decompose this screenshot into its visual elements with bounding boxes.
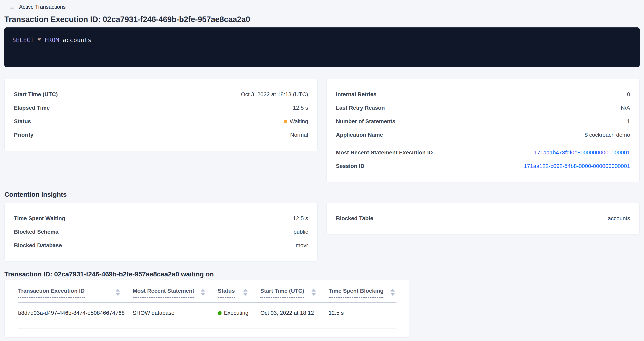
transaction-summary-card: Start Time (UTC) Oct 3, 2022 at 18:13 (U… [4, 78, 318, 151]
sort-arrows-icon [312, 288, 316, 296]
cell-start-time: Oct 03, 2022 at 18:12 [260, 310, 328, 316]
elapsed-time-row: Elapsed Time 12.5 s [14, 101, 308, 115]
priority-label: Priority [14, 132, 34, 138]
sort-up-icon [243, 289, 248, 292]
statement-execution-id-link[interactable]: 171aa1b478fdf0e80000000000000001 [534, 149, 630, 156]
application-name-label: Application Name [336, 132, 383, 138]
sort-down-icon [243, 293, 248, 296]
executing-status-dot-icon [218, 311, 222, 315]
table-row: b8d7d03a-d497-446b-8474-e50846674768 SHO… [18, 303, 396, 329]
sql-keyword-select: SELECT [12, 36, 34, 43]
priority-value: Normal [290, 132, 308, 138]
sort-down-icon [116, 293, 120, 296]
statement-count-row: Number of Statements 1 [336, 115, 630, 128]
column-header-label: Time Spent Blocking [328, 288, 384, 298]
contention-details-card: Time Spent Waiting 12.5 s Blocked Schema… [4, 202, 318, 262]
blocked-table-value: accounts [608, 215, 630, 222]
cell-transaction-execution-id: b8d7d03a-d497-446b-8474-e50846674768 [18, 310, 133, 316]
time-spent-waiting-row: Time Spent Waiting 12.5 s [14, 212, 308, 225]
column-header-label: Status [218, 288, 235, 298]
contention-cards: Time Spent Waiting 12.5 s Blocked Schema… [4, 202, 640, 262]
last-retry-reason-row: Last Retry Reason N/A [336, 101, 630, 115]
internal-retries-row: Internal Retries 0 [336, 88, 630, 101]
status-row: Status Waiting [14, 115, 308, 128]
table-header-row: Transaction Execution ID Most Recent Sta… [18, 280, 396, 303]
column-header-label: Most Recent Statement [133, 288, 194, 298]
sql-table-name: accounts [63, 36, 92, 43]
time-spent-waiting-label: Time Spent Waiting [14, 215, 65, 222]
waiting-status-dot-icon [284, 120, 288, 123]
column-header-most-recent-statement[interactable]: Most Recent Statement [133, 288, 218, 298]
blocked-table-row: Blocked Table accounts [336, 212, 630, 225]
start-time-value: Oct 3, 2022 at 18:13 (UTC) [241, 91, 308, 98]
sql-statement-box: SELECT * FROM accounts [4, 27, 640, 67]
page-title: Transaction Execution ID: 02ca7931-f246-… [4, 15, 640, 24]
blocked-database-label: Blocked Database [14, 242, 62, 249]
column-header-transaction-execution-id[interactable]: Transaction Execution ID [18, 288, 133, 298]
transaction-execution-card: Internal Retries 0 Last Retry Reason N/A… [326, 78, 640, 182]
sql-keyword-from: FROM [45, 36, 59, 43]
status-value: Waiting [290, 118, 308, 125]
status-value-group: Waiting [284, 118, 308, 125]
back-arrow-icon: ← [9, 4, 16, 10]
last-retry-reason-value: N/A [621, 105, 630, 111]
statement-count-value: 1 [627, 118, 630, 125]
sort-arrows-icon [390, 288, 395, 296]
waiting-transactions-table: Transaction Execution ID Most Recent Sta… [4, 280, 410, 338]
sort-down-icon [312, 293, 316, 296]
blocked-schema-value: public [294, 229, 308, 235]
elapsed-time-value: 12.5 s [293, 105, 308, 111]
application-name-row: Application Name $ cockroach demo [336, 128, 630, 142]
column-header-label: Start Time (UTC) [260, 288, 304, 298]
start-time-row: Start Time (UTC) Oct 3, 2022 at 18:13 (U… [14, 88, 308, 101]
sort-arrows-icon [243, 288, 248, 296]
sort-arrows-icon [116, 288, 120, 296]
blocked-schema-row: Blocked Schema public [14, 225, 308, 239]
status-label: Status [14, 118, 31, 125]
sort-up-icon [201, 289, 205, 292]
cell-most-recent-statement: SHOW database [133, 310, 218, 316]
sort-down-icon [201, 293, 205, 296]
blocked-table-card: Blocked Table accounts [326, 202, 640, 235]
blocked-database-row: Blocked Database movr [14, 239, 308, 252]
column-header-time-spent-blocking[interactable]: Time Spent Blocking [328, 288, 396, 298]
start-time-label: Start Time (UTC) [14, 91, 58, 98]
blocked-database-value: movr [296, 242, 308, 249]
contention-insights-heading: Contention Insights [4, 191, 640, 198]
sort-down-icon [390, 293, 395, 296]
cell-time-spent-blocking: 12.5 s [328, 310, 396, 316]
cell-status-value: Executing [224, 310, 248, 316]
priority-row: Priority Normal [14, 128, 308, 142]
statement-execution-id-label: Most Recent Statement Execution ID [336, 149, 433, 156]
column-header-start-time[interactable]: Start Time (UTC) [260, 288, 328, 298]
blocked-table-label: Blocked Table [336, 215, 373, 222]
sort-up-icon [116, 289, 120, 292]
sort-arrows-icon [201, 288, 205, 296]
session-id-link[interactable]: 171aa122-c092-54b8-0000-000000000001 [524, 163, 630, 169]
time-spent-waiting-value: 12.5 s [293, 215, 308, 222]
sort-up-icon [312, 289, 316, 292]
statement-count-label: Number of Statements [336, 118, 396, 125]
back-link-label: Active Transactions [19, 4, 66, 10]
transaction-details-page: ← Active Transactions Transaction Execut… [0, 0, 644, 341]
sort-up-icon [390, 289, 395, 292]
statement-execution-id-row: Most Recent Statement Execution ID 171aa… [336, 146, 630, 159]
last-retry-reason-label: Last Retry Reason [336, 105, 385, 111]
summary-cards: Start Time (UTC) Oct 3, 2022 at 18:13 (U… [4, 78, 640, 182]
cell-status: Executing [218, 310, 260, 316]
column-header-status[interactable]: Status [218, 288, 260, 298]
blocked-schema-label: Blocked Schema [14, 229, 58, 235]
sql-star: * [38, 36, 41, 43]
application-name-value: $ cockroach demo [584, 132, 630, 138]
column-header-label: Transaction Execution ID [18, 288, 85, 298]
waiting-on-heading: Transaction ID: 02ca7931-f246-469b-b2fe-… [4, 270, 640, 278]
session-id-label: Session ID [336, 163, 364, 169]
card-divider [336, 144, 630, 144]
internal-retries-value: 0 [627, 91, 630, 98]
session-id-row: Session ID 171aa122-c092-54b8-0000-00000… [336, 159, 630, 173]
elapsed-time-label: Elapsed Time [14, 105, 50, 111]
back-link[interactable]: ← Active Transactions [4, 3, 66, 10]
internal-retries-label: Internal Retries [336, 91, 376, 98]
